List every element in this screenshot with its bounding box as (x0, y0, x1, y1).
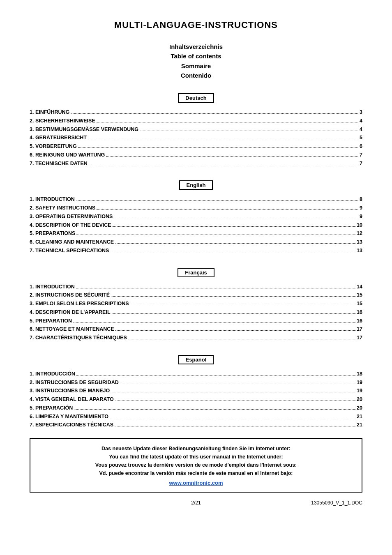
toc-header-line-4: Contenido (30, 71, 362, 80)
table-row: 2. INSTRUCTIONS DE SÉCURITÉ 15 (30, 291, 362, 299)
table-row: 3. BESTIMMUNGSGEMÄSSE VERWENDUNG 4 (30, 126, 362, 134)
lang-badge-francais: Français (178, 268, 214, 277)
toc-list-espanol: 1. INTRODUCCIÓN 18 2. INSTRUCCIONES DE S… (30, 370, 362, 429)
table-row: 3. OPERATING DETERMINATIONS 9 (30, 213, 362, 221)
bottom-info-box: Das neueste Update dieser Bedienungsanle… (30, 438, 362, 493)
table-row: 4. VISTA GENERAL DEL APARATO 20 (30, 396, 362, 403)
table-row: 6. LIMPIEZA Y MANTENIMIENTO 21 (30, 413, 362, 421)
lang-badge-espanol-wrap: Español (30, 355, 362, 364)
toc-header-line-2: Table of contents (30, 51, 362, 61)
lang-badge-english-wrap: English (30, 180, 362, 190)
table-row: 1. INTRODUCTION 8 (30, 196, 362, 203)
table-row: 7. TECHNISCHE DATEN 7 (30, 160, 362, 168)
table-row: 3. EMPLOI SELON LES PRESCRIPTIONS 15 (30, 300, 362, 308)
lang-badge-deutsch-wrap: Deutsch (30, 93, 362, 103)
toc-headers: Inhaltsverzeichnis Table of contents Som… (30, 42, 362, 80)
table-row: 6. CLEANING AND MAINTENANCE 13 (30, 238, 362, 246)
table-row: 7. ESPECIFICACIONES TÉCNICAS 21 (30, 421, 362, 429)
table-row: 5. PREPARACIÓN 20 (30, 404, 362, 412)
page-title: MULTI-LANGUAGE-INSTRUCTIONS (30, 20, 362, 30)
website-link[interactable]: www.omnitronic.com (40, 479, 352, 488)
table-row: 1. INTRODUCCIÓN 18 (30, 370, 362, 378)
table-row: 4. DESCRIPTION OF THE DEVICE 10 (30, 221, 362, 229)
table-row: 4. DESCRIPTION DE L'APPAREIL 16 (30, 309, 362, 316)
table-row: 1. INTRODUCTION 14 (30, 283, 362, 291)
doc-id: 13055090_V_1_1.DOC (305, 500, 362, 506)
lang-badge-deutsch: Deutsch (178, 93, 214, 103)
table-row: 3. INSTRUCCIONES DE MANEJO 19 (30, 387, 362, 395)
table-row: 2. SICHERHEITSHINWEISE 4 (30, 117, 362, 125)
table-row: 2. SAFETY INSTRUCTIONS 9 (30, 204, 362, 212)
table-row: 5. PREPARATIONS 12 (30, 230, 362, 237)
toc-list-english: 1. INTRODUCTION 8 2. SAFETY INSTRUCTIONS… (30, 196, 362, 254)
table-row: 7. CHARACTÉRISTIQUES TÉCHNIQUES 17 (30, 334, 362, 342)
table-row: 5. PREPARATION 16 (30, 317, 362, 325)
table-row: 7. TECHNICAL SPECIFICATIONS 13 (30, 247, 362, 255)
page-footer: 2/21 13055090_V_1_1.DOC (30, 500, 362, 506)
table-row: 4. GERÄTEÜBERSICHT 5 (30, 134, 362, 142)
bottom-box-line1: Das neueste Update dieser Bedienungsanle… (40, 444, 352, 453)
bottom-box-line3: Vous pouvez trouvez la dernière version … (40, 461, 352, 469)
bottom-box-line4: Vd. puede encontrar la versión más recie… (40, 469, 352, 477)
lang-badge-english: English (179, 180, 213, 190)
toc-header-line-3: Sommaire (30, 61, 362, 71)
toc-header-line-1: Inhaltsverzeichnis (30, 42, 362, 51)
page-number: 2/21 (87, 500, 305, 506)
table-row: 6. REINIGUNG UND WARTUNG 7 (30, 151, 362, 159)
toc-list-deutsch: 1. EINFÜHRUNG 3 2. SICHERHEITSHINWEISE 4… (30, 108, 362, 167)
table-row: 1. EINFÜHRUNG 3 (30, 108, 362, 116)
table-row: 6. NETTOYAGE ET MAINTENANCE 17 (30, 325, 362, 333)
table-row: 2. INSTRUCCIONES DE SEGURIDAD 19 (30, 379, 362, 387)
toc-list-francais: 1. INTRODUCTION 14 2. INSTRUCTIONS DE SÉ… (30, 283, 362, 342)
bottom-box-line2: You can find the latest update of this u… (40, 453, 352, 461)
table-row: 5. VORBEREITUNG 6 (30, 143, 362, 150)
lang-badge-espanol: Español (178, 355, 214, 364)
lang-badge-francais-wrap: Français (30, 268, 362, 277)
